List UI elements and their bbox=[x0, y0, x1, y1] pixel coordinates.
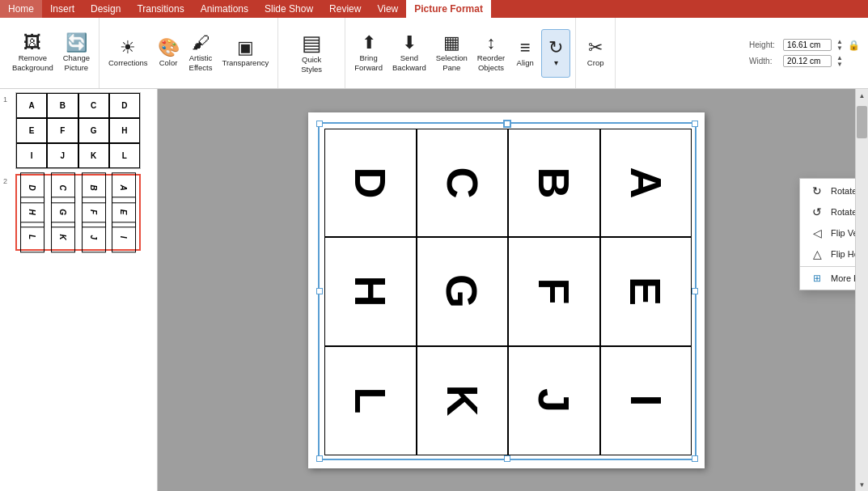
slide-1-cell-5: E bbox=[16, 118, 47, 143]
ribbon-group-arrange: ⬆ BringForward ⬇ SendBackward ▦ Selectio… bbox=[345, 18, 576, 88]
handle-bottom-right[interactable] bbox=[692, 455, 698, 462]
change-picture-button[interactable]: 🔄 ChangePicture bbox=[59, 29, 94, 78]
slide-1-cell-4: D bbox=[109, 93, 140, 118]
rotate-right-icon: ↻ bbox=[810, 184, 824, 197]
main-cell-d: D bbox=[324, 129, 417, 238]
ribbon-group-adjustments-items: ☀ Corrections 🎨 Color 🖌 ArtisticEffects … bbox=[104, 21, 273, 85]
height-input[interactable] bbox=[783, 39, 832, 51]
main-cell-j: J bbox=[508, 346, 600, 455]
main-cell-g: G bbox=[417, 237, 509, 346]
width-spinner: ▲ ▼ bbox=[835, 55, 845, 68]
remove-bg-icon: 🖼 bbox=[23, 34, 41, 52]
handle-middle-left[interactable] bbox=[316, 288, 323, 294]
slide-2-cell-11: J bbox=[81, 222, 105, 252]
width-down[interactable]: ▼ bbox=[835, 61, 845, 68]
align-button[interactable]: ≡ Align bbox=[510, 29, 540, 78]
menu-design[interactable]: Design bbox=[83, 0, 129, 18]
slide-2-cell-12: I bbox=[112, 222, 136, 252]
crop-icon: ✂ bbox=[588, 39, 603, 57]
menu-review[interactable]: Review bbox=[321, 0, 369, 18]
artistic-effects-button[interactable]: 🖌 ArtisticEffects bbox=[185, 29, 217, 78]
rotate-left-icon: ↺ bbox=[810, 205, 824, 218]
menu-slideshow[interactable]: Slide Show bbox=[256, 0, 321, 18]
scroll-up-arrow[interactable]: ▲ bbox=[856, 89, 868, 102]
main-cell-k: K bbox=[417, 346, 509, 455]
send-backward-label: SendBackward bbox=[392, 53, 426, 72]
scroll-down-arrow[interactable]: ▼ bbox=[856, 478, 868, 491]
slide-2-cell-9: L bbox=[20, 222, 44, 252]
slide-1-cell-1: A bbox=[16, 93, 47, 118]
rotate-icon: ↻ bbox=[548, 39, 563, 57]
canvas-area: D C B A H G F E L K J I ↻ Rotate Right 9… bbox=[158, 89, 855, 491]
remove-bg-label: RemoveBackground bbox=[12, 53, 53, 72]
rotate-left-item[interactable]: ↺ Rotate Left 90° bbox=[800, 201, 855, 222]
height-spinner: ▲ ▼ bbox=[835, 39, 845, 52]
change-pic-label: ChangePicture bbox=[63, 53, 90, 72]
main-cell-h: H bbox=[324, 237, 417, 346]
remove-background-button[interactable]: 🖼 RemoveBackground bbox=[8, 29, 57, 78]
color-label: Color bbox=[159, 58, 178, 67]
menu-view[interactable]: View bbox=[369, 0, 406, 18]
corrections-label: Corrections bbox=[108, 58, 148, 67]
flip-horizontal-item[interactable]: △ Flip Horizontal bbox=[800, 243, 855, 265]
slide-canvas[interactable]: D C B A H G F E L K J I bbox=[308, 112, 705, 468]
bring-forward-icon: ⬆ bbox=[362, 34, 376, 52]
transparency-button[interactable]: ▣ Transparency bbox=[218, 29, 273, 78]
menu-animations[interactable]: Animations bbox=[193, 0, 256, 18]
right-scroll-panel: ▲ ▼ bbox=[855, 89, 868, 491]
quick-styles-label: QuickStyles bbox=[301, 55, 322, 74]
rotation-dropdown: ↻ Rotate Right 90° ↺ Rotate Left 90° ◁ F… bbox=[799, 178, 855, 290]
send-backward-button[interactable]: ⬇ SendBackward bbox=[388, 29, 430, 78]
slide-thumb-2[interactable]: 2 D C B A H G F E L K J I bbox=[3, 174, 154, 251]
lock-icon: 🔒 bbox=[848, 40, 860, 51]
selection-pane-button[interactable]: ▦ SelectionPane bbox=[432, 29, 472, 78]
change-pic-icon: 🔄 bbox=[66, 34, 87, 52]
handle-bottom-left[interactable] bbox=[316, 455, 323, 462]
menu-insert[interactable]: Insert bbox=[42, 0, 83, 18]
width-input[interactable] bbox=[783, 55, 832, 67]
slide-1-cell-10: J bbox=[47, 143, 78, 168]
slide-panel: 1 A B C D E F G H I J K L bbox=[0, 89, 158, 491]
main-cell-l: L bbox=[324, 346, 417, 455]
menu-home[interactable]: Home bbox=[0, 0, 42, 18]
more-rotation-options-item[interactable]: ⊞ More Rotation Options... bbox=[800, 269, 855, 288]
handle-top-left[interactable] bbox=[316, 121, 323, 127]
rotate-right-item[interactable]: ↻ Rotate Right 90° bbox=[800, 180, 855, 201]
slide-thumb-1[interactable]: 1 A B C D E F G H I J K L bbox=[3, 92, 154, 169]
slide-1-cell-9: I bbox=[16, 143, 47, 168]
transparency-icon: ▣ bbox=[237, 39, 254, 57]
height-width-inputs: Height: ▲ ▼ 🔒 Width: ▲ ▼ bbox=[749, 21, 860, 85]
corrections-icon: ☀ bbox=[120, 39, 136, 57]
rotate-button[interactable]: ↻ ▾ bbox=[541, 29, 570, 78]
handle-middle-right[interactable] bbox=[692, 288, 698, 294]
align-icon: ≡ bbox=[520, 39, 531, 57]
slide-1-cell-3: C bbox=[78, 93, 109, 118]
app-body: 1 A B C D E F G H I J K L bbox=[0, 89, 868, 491]
scroll-track[interactable] bbox=[856, 102, 868, 478]
rotation-separator bbox=[800, 266, 855, 267]
flip-vertical-icon: ◁ bbox=[810, 226, 824, 239]
ribbon-size-area: Height: ▲ ▼ 🔒 Width: ▲ ▼ bbox=[744, 18, 865, 88]
slide-2-grid: D C B A H G F E L K J I bbox=[17, 176, 139, 249]
main-grid: D C B A H G F E L K J I bbox=[324, 129, 692, 455]
menu-transitions[interactable]: Transitions bbox=[129, 0, 192, 18]
height-down[interactable]: ▼ bbox=[835, 45, 845, 52]
slide-1-preview: A B C D E F G H I J K L bbox=[15, 92, 141, 169]
handle-top-middle[interactable] bbox=[504, 121, 510, 127]
handle-top-right[interactable] bbox=[692, 121, 698, 127]
reorder-objects-button[interactable]: ↕ ReorderObjects bbox=[473, 29, 509, 78]
handle-bottom-middle[interactable] bbox=[504, 455, 510, 462]
slide-1-grid: A B C D E F G H I J K L bbox=[16, 93, 140, 168]
color-button[interactable]: 🎨 Color bbox=[154, 29, 184, 78]
crop-button[interactable]: ✂ Crop bbox=[581, 29, 610, 78]
corrections-button[interactable]: ☀ Corrections bbox=[104, 29, 152, 78]
menu-picture-format[interactable]: Picture Format bbox=[406, 0, 491, 18]
scroll-thumb[interactable] bbox=[857, 106, 867, 138]
slide-2-cell-10: K bbox=[50, 222, 74, 252]
slide-1-cell-11: K bbox=[78, 143, 109, 168]
main-cell-e: E bbox=[600, 237, 692, 346]
flip-vertical-item[interactable]: ◁ Flip Vertical bbox=[800, 222, 855, 243]
ribbon-group-crop: ✂ Crop bbox=[576, 18, 616, 88]
quick-styles-button[interactable]: ▤ QuickStyles bbox=[283, 29, 340, 78]
bring-forward-button[interactable]: ⬆ BringForward bbox=[350, 29, 387, 78]
